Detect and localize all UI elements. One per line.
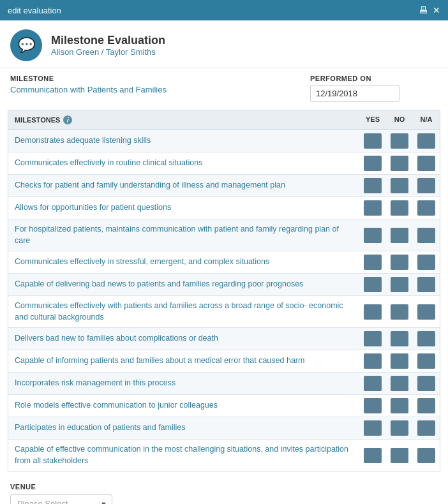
na-box[interactable] xyxy=(417,133,435,149)
cell-no[interactable] xyxy=(386,152,413,174)
milestone-text: Communicates effectively in routine clin… xyxy=(8,153,359,174)
na-box[interactable] xyxy=(417,398,435,413)
cell-no[interactable] xyxy=(386,274,413,295)
th-no: NO xyxy=(386,110,413,130)
venue-label: VENUE xyxy=(10,483,438,491)
cell-yes[interactable] xyxy=(359,152,386,174)
cell-na[interactable] xyxy=(413,417,440,439)
cell-no[interactable] xyxy=(386,350,413,372)
cell-na[interactable] xyxy=(413,175,440,196)
yes-box[interactable] xyxy=(364,304,382,320)
no-box[interactable] xyxy=(391,304,408,320)
title-bar-title: edit evaluation xyxy=(8,6,61,15)
cell-no[interactable] xyxy=(386,417,413,439)
cell-yes[interactable] xyxy=(359,417,386,439)
cell-no[interactable] xyxy=(386,130,413,152)
cell-yes[interactable] xyxy=(359,350,386,372)
cell-na[interactable] xyxy=(413,328,440,350)
cell-yes[interactable] xyxy=(359,225,386,246)
print-icon[interactable]: 🖶 xyxy=(419,5,428,15)
cell-na[interactable] xyxy=(413,395,440,417)
cell-no[interactable] xyxy=(386,301,413,323)
cell-no[interactable] xyxy=(386,395,413,417)
table-row: Communicates effectively in stressful, e… xyxy=(8,251,440,274)
cell-na[interactable] xyxy=(413,445,440,466)
no-box[interactable] xyxy=(391,277,408,292)
no-box[interactable] xyxy=(391,178,408,193)
venue-section: VENUE Please Select...ClinicHospitalEmer… xyxy=(0,477,448,504)
cell-na[interactable] xyxy=(413,251,440,273)
no-box[interactable] xyxy=(391,331,408,346)
na-box[interactable] xyxy=(417,376,435,391)
cell-yes[interactable] xyxy=(359,328,386,350)
na-box[interactable] xyxy=(417,304,435,320)
close-icon[interactable]: ✕ xyxy=(433,5,440,15)
cell-yes[interactable] xyxy=(359,175,386,196)
cell-yes[interactable] xyxy=(359,197,386,219)
cell-yes[interactable] xyxy=(359,274,386,295)
cell-yes[interactable] xyxy=(359,395,386,417)
cell-na[interactable] xyxy=(413,130,440,152)
cell-no[interactable] xyxy=(386,251,413,273)
yes-box[interactable] xyxy=(364,200,382,216)
na-box[interactable] xyxy=(417,156,435,171)
cell-yes[interactable] xyxy=(359,251,386,273)
yes-box[interactable] xyxy=(364,277,382,292)
cell-no[interactable] xyxy=(386,225,413,246)
no-box[interactable] xyxy=(391,133,408,149)
cell-no[interactable] xyxy=(386,197,413,219)
cell-yes[interactable] xyxy=(359,373,386,394)
yes-box[interactable] xyxy=(364,331,382,346)
yes-box[interactable] xyxy=(364,420,382,436)
table-row: Participates in education of patients an… xyxy=(8,417,440,440)
yes-box[interactable] xyxy=(364,255,382,270)
na-box[interactable] xyxy=(417,178,435,193)
na-box[interactable] xyxy=(417,277,435,292)
na-box[interactable] xyxy=(417,255,435,270)
no-box[interactable] xyxy=(391,448,408,463)
no-box[interactable] xyxy=(391,228,408,243)
cell-na[interactable] xyxy=(413,274,440,295)
cell-no[interactable] xyxy=(386,373,413,394)
milestone-text: Role models effective communication to j… xyxy=(8,396,359,416)
yes-box[interactable] xyxy=(364,133,382,149)
yes-box[interactable] xyxy=(364,398,382,413)
no-box[interactable] xyxy=(391,420,408,436)
cell-na[interactable] xyxy=(413,197,440,219)
no-box[interactable] xyxy=(391,200,408,216)
no-box[interactable] xyxy=(391,353,408,369)
na-box[interactable] xyxy=(417,353,435,369)
milestone-label: MILESTONE xyxy=(10,75,310,82)
no-box[interactable] xyxy=(391,255,408,270)
yes-box[interactable] xyxy=(364,156,382,171)
na-box[interactable] xyxy=(417,331,435,346)
yes-box[interactable] xyxy=(364,448,382,463)
venue-select[interactable]: Please Select...ClinicHospitalEmergency xyxy=(10,494,112,504)
na-box[interactable] xyxy=(417,420,435,436)
milestone-text: Capable of effective communication in th… xyxy=(8,440,359,471)
cell-no[interactable] xyxy=(386,328,413,350)
no-box[interactable] xyxy=(391,376,408,391)
cell-no[interactable] xyxy=(386,445,413,466)
yes-box[interactable] xyxy=(364,376,382,391)
cell-no[interactable] xyxy=(386,175,413,196)
na-box[interactable] xyxy=(417,200,435,216)
no-box[interactable] xyxy=(391,398,408,413)
na-box[interactable] xyxy=(417,228,435,243)
cell-na[interactable] xyxy=(413,373,440,394)
cell-yes[interactable] xyxy=(359,301,386,323)
na-box[interactable] xyxy=(417,448,435,463)
cell-na[interactable] xyxy=(413,350,440,372)
th-na: N/A xyxy=(413,110,440,130)
cell-yes[interactable] xyxy=(359,445,386,466)
yes-box[interactable] xyxy=(364,228,382,243)
cell-na[interactable] xyxy=(413,225,440,246)
yes-box[interactable] xyxy=(364,178,382,193)
cell-yes[interactable] xyxy=(359,130,386,152)
no-box[interactable] xyxy=(391,156,408,171)
performed-on-input[interactable] xyxy=(310,85,399,102)
cell-na[interactable] xyxy=(413,152,440,174)
cell-na[interactable] xyxy=(413,301,440,323)
yes-box[interactable] xyxy=(364,353,382,369)
milestone-text: Checks for patient and family understand… xyxy=(8,175,359,196)
